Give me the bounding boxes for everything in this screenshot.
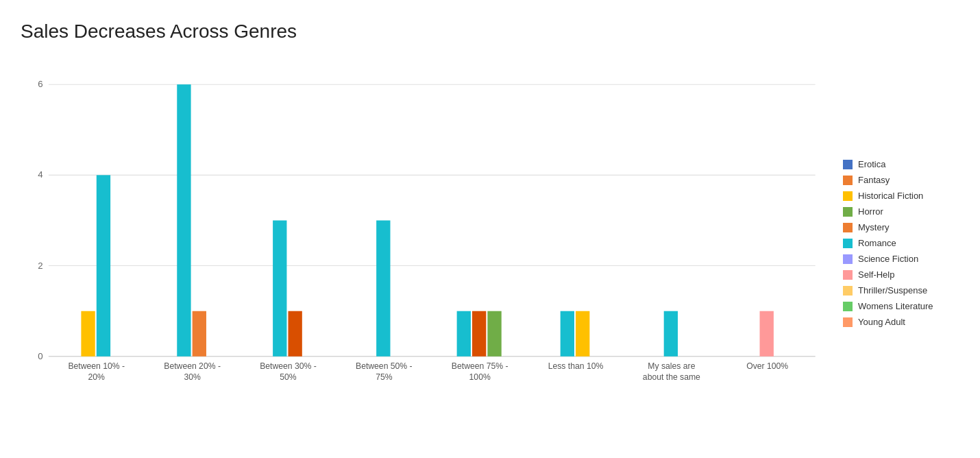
legend-color-box [843, 286, 853, 296]
svg-rect-16 [457, 311, 471, 357]
legend-item: Womens Literature [843, 301, 966, 311]
svg-rect-10 [97, 175, 110, 356]
legend-color-box [843, 270, 853, 280]
svg-rect-22 [760, 311, 774, 357]
legend-label: Womens Literature [858, 301, 933, 311]
svg-rect-17 [472, 311, 486, 357]
legend-color-box [843, 191, 853, 201]
legend-item: Erotica [843, 159, 966, 169]
svg-rect-19 [561, 311, 574, 357]
legend-color-box [843, 239, 853, 248]
svg-text:Less than 10%: Less than 10% [548, 361, 604, 371]
legend-label: Romance [858, 238, 896, 248]
svg-text:20%: 20% [88, 372, 106, 382]
svg-text:50%: 50% [280, 372, 297, 382]
legend-label: Thriller/Suspense [858, 285, 927, 296]
svg-text:My sales are: My sales are [648, 361, 695, 371]
svg-rect-20 [576, 311, 589, 357]
svg-text:Between 75% -: Between 75% - [452, 361, 509, 371]
svg-rect-11 [177, 84, 191, 357]
svg-text:30%: 30% [184, 372, 201, 382]
legend-color-box [843, 317, 853, 327]
legend-color-box [843, 176, 853, 185]
svg-text:100%: 100% [469, 372, 491, 382]
svg-text:2: 2 [38, 261, 42, 271]
legend-label: Young Adult [858, 317, 905, 327]
legend-item: Thriller/Suspense [843, 285, 966, 296]
svg-rect-13 [273, 220, 286, 356]
legend-color-box [843, 254, 853, 264]
legend-item: Romance [843, 238, 966, 248]
svg-text:Over 100%: Over 100% [746, 361, 788, 371]
svg-text:Between 10% -: Between 10% - [68, 361, 125, 371]
chart-title: Sales Decreases Across Genres [21, 21, 966, 43]
svg-rect-9 [81, 311, 95, 357]
legend-color-box [843, 302, 853, 311]
svg-text:75%: 75% [376, 372, 393, 382]
legend-label: Self-Help [858, 269, 894, 280]
legend-item: Horror [843, 206, 966, 217]
chart-plot: 0246Between 10% -20%Between 20% -30%Betw… [14, 56, 829, 426]
legend-label: Horror [858, 206, 883, 217]
svg-text:0: 0 [38, 351, 42, 361]
svg-rect-15 [376, 220, 390, 356]
svg-text:Between 30% -: Between 30% - [260, 361, 317, 371]
svg-rect-14 [288, 311, 302, 357]
legend-color-box [843, 160, 853, 169]
svg-text:6: 6 [38, 79, 42, 89]
svg-rect-21 [664, 311, 678, 357]
legend-item: Historical Fiction [843, 191, 966, 201]
legend-label: Mystery [858, 222, 890, 232]
svg-rect-18 [487, 311, 501, 357]
legend-label: Fantasy [858, 175, 890, 185]
chart-svg: 0246Between 10% -20%Between 20% -30%Betw… [14, 56, 829, 426]
svg-text:4: 4 [38, 169, 42, 180]
legend-label: Science Fiction [858, 254, 918, 264]
legend-item: Fantasy [843, 175, 966, 185]
svg-text:Between 50% -: Between 50% - [356, 361, 413, 371]
legend-label: Historical Fiction [858, 191, 923, 201]
chart-container: Sales Decreases Across Genres 0246Betwee… [0, 0, 980, 458]
legend-color-box [843, 223, 853, 232]
chart-area: 0246Between 10% -20%Between 20% -30%Betw… [14, 56, 966, 426]
legend-item: Science Fiction [843, 254, 966, 264]
svg-text:Between 20% -: Between 20% - [164, 361, 221, 371]
legend-item: Self-Help [843, 269, 966, 280]
chart-legend: Erotica Fantasy Historical Fiction Horro… [829, 56, 966, 426]
legend-color-box [843, 207, 853, 217]
legend-label: Erotica [858, 159, 885, 169]
legend-item: Young Adult [843, 317, 966, 327]
legend-item: Mystery [843, 222, 966, 232]
svg-rect-12 [193, 311, 206, 357]
svg-text:about the same: about the same [643, 372, 700, 382]
